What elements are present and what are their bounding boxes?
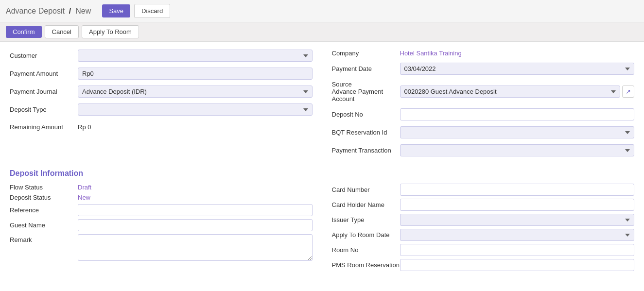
customer-select[interactable] <box>78 50 313 62</box>
advance-account-field-wrapper: 0020280 Guest Advance Deposit ↗ <box>400 86 635 98</box>
card-holder-name-field-wrapper <box>400 199 635 211</box>
main-form: Customer Payment Amount Payment Journal <box>10 50 634 159</box>
advance-payment-account-row: SourceAdvance PaymentAccount 0020280 Gue… <box>332 81 635 103</box>
card-number-field-wrapper <box>400 184 635 196</box>
issuer-type-select[interactable] <box>400 214 635 226</box>
room-no-row: Room No <box>332 244 635 256</box>
deposit-information-section: Deposit Information Flow Status Draft De… <box>10 169 634 274</box>
apply-to-room-date-select[interactable] <box>400 229 635 241</box>
external-link-button[interactable]: ↗ <box>622 86 634 98</box>
guest-name-label: Guest Name <box>10 222 78 229</box>
deposit-no-row: Deposit No <box>332 108 635 120</box>
source-advance-label: SourceAdvance PaymentAccount <box>332 81 400 103</box>
remaining-amount-label: Remaining Amount <box>10 123 78 131</box>
payment-transaction-field-wrapper <box>400 144 635 156</box>
breadcrumb-sub: New <box>75 7 91 15</box>
cancel-button[interactable]: Cancel <box>45 25 79 38</box>
bqt-reservation-select[interactable] <box>400 126 635 138</box>
pms-room-field-wrapper <box>400 259 635 271</box>
reference-input[interactable] <box>78 204 313 216</box>
reference-label: Reference <box>10 206 78 214</box>
remark-label: Remark <box>10 234 78 243</box>
main-content: Customer Payment Amount Payment Journal <box>0 42 644 282</box>
payment-date-select[interactable]: 03/04/2022 <box>400 63 635 75</box>
room-no-field-wrapper <box>400 244 635 256</box>
apply-to-room-date-row: Apply To Room Date <box>332 229 635 241</box>
card-number-row: Card Number <box>332 184 635 196</box>
deposit-info-left: Flow Status Draft Deposit Status New Ref… <box>10 184 313 274</box>
right-section: Company Hotel Santika Training Payment D… <box>332 50 635 159</box>
card-number-label: Card Number <box>332 186 400 193</box>
issuer-type-field-wrapper <box>400 214 635 226</box>
payment-amount-row: Payment Amount <box>10 68 313 80</box>
card-holder-name-row: Card Holder Name <box>332 199 635 211</box>
pms-room-label: PMS Room Reservation <box>332 261 400 269</box>
bqt-reservation-label: BQT Reservation Id <box>332 129 400 136</box>
room-no-input[interactable] <box>400 244 635 256</box>
payment-amount-field-wrapper <box>78 68 313 80</box>
deposit-no-field-wrapper <box>400 108 635 120</box>
deposit-status-row: Deposit Status New <box>10 194 313 201</box>
customer-row: Customer <box>10 50 313 62</box>
card-number-input[interactable] <box>400 184 635 196</box>
card-holder-name-input[interactable] <box>400 199 635 211</box>
apply-to-room-button[interactable]: Apply To Room <box>82 25 139 38</box>
apply-to-room-date-label: Apply To Room Date <box>332 231 400 239</box>
company-row: Company Hotel Santika Training <box>332 50 635 57</box>
source-label: SourceAdvance PaymentAccount <box>332 81 383 103</box>
payment-date-label: Payment Date <box>332 65 400 72</box>
action-bar: Confirm Cancel Apply To Room <box>0 22 644 42</box>
remark-row: Remark <box>10 234 313 262</box>
guest-name-row: Guest Name <box>10 219 313 231</box>
guest-name-input[interactable] <box>78 219 313 231</box>
remark-field-wrapper <box>78 234 313 262</box>
deposit-no-input[interactable] <box>400 108 635 120</box>
deposit-status-value: New <box>78 194 90 201</box>
issuer-type-row: Issuer Type <box>332 214 635 226</box>
apply-to-room-date-field-wrapper <box>400 229 635 241</box>
payment-date-field-wrapper: 03/04/2022 <box>400 63 635 75</box>
bqt-reservation-row: BQT Reservation Id <box>332 126 635 138</box>
discard-button[interactable]: Discard <box>134 4 170 18</box>
remark-textarea[interactable] <box>78 234 313 261</box>
deposit-type-label: Deposit Type <box>10 106 78 113</box>
deposit-status-label: Deposit Status <box>10 194 78 201</box>
card-holder-name-label: Card Holder Name <box>332 201 400 208</box>
flow-status-value: Draft <box>78 184 91 191</box>
payment-date-row: Payment Date 03/04/2022 <box>332 63 635 75</box>
confirm-button[interactable]: Confirm <box>6 26 42 38</box>
pms-room-row: PMS Room Reservation <box>332 259 635 271</box>
reference-field-wrapper <box>78 204 313 216</box>
payment-journal-field-wrapper: Advance Deposit (IDR) <box>78 86 313 98</box>
remaining-amount-row: Remaining Amount Rp 0 <box>10 121 313 133</box>
issuer-type-label: Issuer Type <box>332 216 400 223</box>
breadcrumb: Advance Deposit / New <box>6 7 91 16</box>
deposit-info-grid: Flow Status Draft Deposit Status New Ref… <box>10 184 634 274</box>
deposit-type-row: Deposit Type <box>10 103 313 116</box>
payment-journal-select[interactable]: Advance Deposit (IDR) <box>78 86 313 98</box>
customer-label: Customer <box>10 52 78 59</box>
payment-transaction-select[interactable] <box>400 144 635 156</box>
flow-status-row: Flow Status Draft <box>10 184 313 191</box>
payment-amount-input[interactable] <box>78 68 313 80</box>
guest-name-field-wrapper <box>78 219 313 231</box>
company-value: Hotel Santika Training <box>400 50 462 57</box>
deposit-type-field-wrapper <box>78 103 313 116</box>
deposit-no-label: Deposit No <box>332 111 400 118</box>
advance-account-select[interactable]: 0020280 Guest Advance Deposit <box>400 86 621 98</box>
payment-journal-label: Payment Journal <box>10 88 78 95</box>
deposit-type-select[interactable] <box>78 103 313 116</box>
payment-transaction-row: Payment Transaction <box>332 144 635 156</box>
bqt-reservation-field-wrapper <box>400 126 635 138</box>
remaining-amount-value: Rp 0 <box>78 121 91 133</box>
company-label: Company <box>332 50 400 57</box>
payment-amount-label: Payment Amount <box>10 70 78 77</box>
breadcrumb-main: Advance Deposit <box>6 7 65 15</box>
flow-status-label: Flow Status <box>10 184 78 191</box>
save-button[interactable]: Save <box>102 4 130 17</box>
room-no-label: Room No <box>332 246 400 254</box>
customer-field-wrapper <box>78 50 313 62</box>
pms-room-input[interactable] <box>400 259 635 271</box>
top-bar: Advance Deposit / New Save Discard <box>0 0 644 22</box>
deposit-info-right: Card Number Card Holder Name Issuer Type <box>332 184 635 274</box>
